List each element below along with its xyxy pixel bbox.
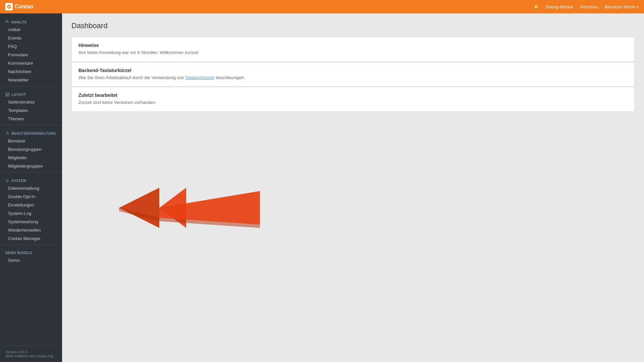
card-tastaturkuerzel-text: Wie Sie Ihren Arbeitsablauf durch die Ve… <box>78 74 628 81</box>
card-zuletzt: Zuletzt bearbeitet Zurzeit sind keine Ve… <box>71 87 635 112</box>
sidebar-item-faq[interactable]: FAQ <box>0 42 62 51</box>
page-title: Dashboard <box>71 21 635 30</box>
gear-icon <box>5 179 9 183</box>
svg-rect-0 <box>6 20 8 21</box>
card-hinweise-text: Ihre letzte Anmeldung war vor 6 Stunden.… <box>78 49 628 56</box>
card-tastaturkuerzel-title: Backend-Tastaturkürzel <box>78 68 628 73</box>
card-zuletzt-text: Zurzeit sind keine Versionen vorhanden. <box>78 99 628 106</box>
sidebar-item-newsletter[interactable]: Newsletter <box>0 76 62 84</box>
section-header-demo-bundle: Demo Bundle <box>0 247 62 256</box>
edit-icon <box>5 20 9 24</box>
sidebar-item-dateiverwaltung[interactable]: Dateiverwaltung <box>0 184 62 192</box>
section-header-inhalte: Inhalte <box>0 16 62 25</box>
sidebar-item-system-log[interactable]: System-Log <box>0 209 62 218</box>
svg-marker-13 <box>119 208 159 221</box>
logo-icon <box>5 3 13 10</box>
card-hinweise: Hinweise Ihre letzte Anmeldung war vor 6… <box>71 37 635 62</box>
sidebar-item-wiederherstellen[interactable]: Wiederherstellen <box>0 226 62 234</box>
content-area: Dashboard Hinweise Ihre letzte Anmeldung… <box>62 13 644 362</box>
sidebar-item-formulare[interactable]: Formulare <box>0 51 62 59</box>
main-layout: Inhalte Artikel Events FAQ Formulare Kom… <box>0 13 644 362</box>
section-header-layout: Layout <box>0 88 62 98</box>
svg-rect-4 <box>6 93 9 94</box>
sidebar-item-contao-manager[interactable]: Contao Manager <box>0 234 62 243</box>
svg-point-7 <box>7 132 8 133</box>
more-info-text: Mehr erfahren auf contao.org <box>5 354 57 358</box>
sidebar-item-kommentare[interactable]: Kommentare <box>0 59 62 67</box>
divider-3 <box>0 172 62 173</box>
svg-marker-11 <box>119 188 159 228</box>
sidebar-item-double-opt-in[interactable]: Double Opt-In <box>0 192 62 201</box>
svg-rect-2 <box>6 22 7 22</box>
svg-marker-12 <box>159 218 260 228</box>
contao-logo-svg <box>6 4 12 9</box>
sidebar-item-themes[interactable]: Themes <box>0 115 62 123</box>
sidebar-item-seitenstruktur[interactable]: Seitenstruktur <box>0 98 62 106</box>
section-header-system: System <box>0 175 62 184</box>
svg-marker-10 <box>159 188 186 228</box>
sidebar-item-templates[interactable]: Templates <box>0 106 62 115</box>
svg-rect-6 <box>8 95 9 96</box>
logo-text: Contao <box>15 4 33 10</box>
section-header-benutzer: Benutzerverwaltung <box>0 127 62 137</box>
layout-icon <box>5 93 9 97</box>
topbar-right: 🔔 Debug-Modus Vorschau Benutzer Admin ▾ <box>534 4 639 9</box>
sidebar-item-nachrichten[interactable]: Nachrichten <box>0 67 62 76</box>
user-icon <box>5 131 9 135</box>
user-menu-chevron: ▾ <box>637 5 639 9</box>
svg-marker-3 <box>8 22 9 23</box>
user-menu[interactable]: Benutzer Admin ▾ <box>605 4 639 9</box>
sidebar-item-einstellungen[interactable]: Einstellungen <box>0 201 62 209</box>
sidebar-footer: Version 4.9.3 Mehr erfahren auf contao.o… <box>0 346 62 362</box>
sidebar: Inhalte Artikel Events FAQ Formulare Kom… <box>0 13 62 362</box>
sidebar-item-artikel[interactable]: Artikel <box>0 25 62 34</box>
divider-1 <box>0 86 62 86</box>
svg-marker-9 <box>159 191 260 225</box>
sidebar-item-benutzer[interactable]: Benutzer <box>0 137 62 145</box>
sidebar-item-systemwartung[interactable]: Systemwartung <box>0 218 62 226</box>
sidebar-item-mitgliedergruppen[interactable]: Mitgliedergruppen <box>0 162 62 170</box>
arrow-annotation <box>109 154 277 268</box>
svg-rect-5 <box>6 95 7 96</box>
tastatur-text-before: Wie Sie Ihren Arbeitsablauf durch die Ve… <box>78 75 185 80</box>
tastaturkuerzel-link[interactable]: Tastaturkürzeln <box>185 75 215 80</box>
logo[interactable]: Contao <box>5 3 33 10</box>
sidebar-nav: Inhalte Artikel Events FAQ Formulare Kom… <box>0 13 62 267</box>
sidebar-item-events[interactable]: Events <box>0 34 62 42</box>
card-hinweise-title: Hinweise <box>78 43 628 48</box>
card-tastaturkuerzel: Backend-Tastaturkürzel Wie Sie Ihren Arb… <box>71 62 635 87</box>
notification-bell[interactable]: 🔔 <box>534 4 539 9</box>
debug-mode-link[interactable]: Debug-Modus <box>546 4 573 9</box>
divider-4 <box>0 245 62 245</box>
version-text: Version 4.9.3 <box>5 350 57 354</box>
sidebar-item-mitglieder[interactable]: Mitglieder <box>0 154 62 162</box>
svg-point-8 <box>7 180 8 181</box>
tastatur-text-after: beschleunigen. <box>215 75 245 80</box>
topbar-left: Contao <box>5 3 33 10</box>
topbar: Contao 🔔 Debug-Modus Vorschau Benutzer A… <box>0 0 644 13</box>
divider-2 <box>0 125 62 125</box>
user-label: Benutzer Admin <box>605 4 636 9</box>
sidebar-item-demo[interactable]: Demo <box>0 256 62 264</box>
sidebar-item-benutzergruppen[interactable]: Benutzergruppen <box>0 145 62 154</box>
svg-rect-1 <box>6 21 8 22</box>
card-zuletzt-title: Zuletzt bearbeitet <box>78 93 628 98</box>
preview-link[interactable]: Vorschau <box>580 4 598 9</box>
